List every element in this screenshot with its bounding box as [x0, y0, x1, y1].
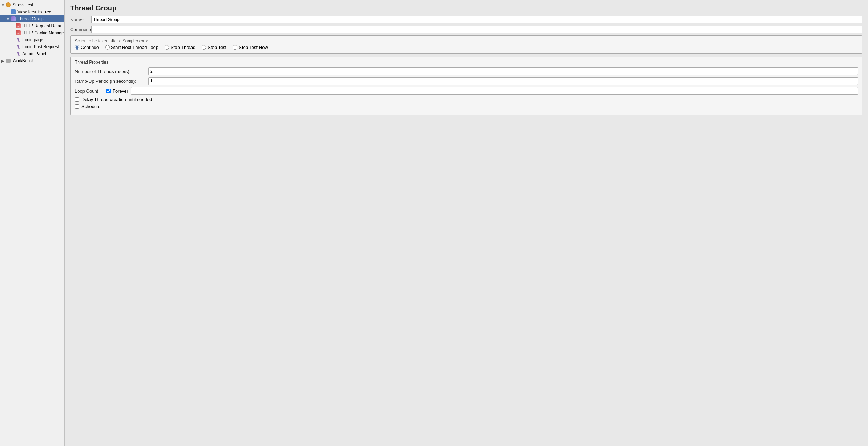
num-threads-label: Number of Threads (users): [75, 69, 148, 74]
rampup-input[interactable] [148, 77, 858, 85]
tree-toggle-workbench[interactable]: ▶ [1, 59, 6, 63]
rampup-label: Ramp-Up Period (in seconds): [75, 79, 148, 84]
sidebar-item-label-http-request-defaults: HTTP Request Defaults [22, 23, 65, 28]
scheduler-label[interactable]: Scheduler [81, 104, 102, 109]
name-input[interactable] [91, 16, 862, 23]
login-icon [15, 44, 21, 50]
login-icon [15, 37, 21, 43]
loop-count-label: Loop Count: [75, 88, 106, 94]
http-icon: ≡ [15, 23, 21, 29]
radio-input-stop-test-now[interactable] [233, 45, 237, 50]
radio-label-stop-test: Stop Test [208, 45, 226, 50]
thread-properties-box: Thread Properties Number of Threads (use… [70, 57, 862, 115]
sidebar-item-thread-group[interactable]: ▼Thread Group [0, 15, 64, 22]
comments-input[interactable] [91, 26, 862, 33]
loop-count-input[interactable] [131, 87, 858, 95]
main-panel: Thread Group Name: Comments: Action to b… [65, 0, 868, 446]
forever-checkbox[interactable] [106, 89, 111, 93]
radio-stop-thread[interactable]: Stop Thread [165, 45, 195, 50]
radio-input-start-next-thread-loop[interactable] [105, 45, 110, 50]
sidebar-item-label-login-post-request: Login Post Request [22, 44, 59, 49]
sidebar-item-label-login-page: Login page [22, 37, 43, 42]
num-threads-input[interactable] [148, 67, 858, 75]
comments-label: Comments: [70, 27, 91, 32]
forever-checkbox-label[interactable]: Forever [106, 88, 128, 94]
sidebar-item-http-cookie-manager[interactable]: ≡HTTP Cookie Manager [0, 29, 64, 36]
radio-input-stop-thread[interactable] [165, 45, 169, 50]
panel-title: Thread Group [70, 4, 862, 12]
scheduler-checkbox[interactable] [75, 104, 79, 109]
stress-icon [6, 2, 11, 8]
scheduler-row: Scheduler [75, 104, 858, 109]
radio-label-stop-thread: Stop Thread [171, 45, 195, 50]
sidebar-item-label-stress-test: Stress Test [13, 2, 33, 7]
tree-toggle-stress-test[interactable]: ▼ [1, 3, 6, 7]
delay-thread-checkbox[interactable] [75, 97, 79, 102]
sidebar: ▼Stress TestView Results Tree▼Thread Gro… [0, 0, 65, 446]
sidebar-item-admin-panel[interactable]: Admin Panel [0, 50, 64, 57]
sidebar-item-login-page[interactable]: Login page [0, 36, 64, 43]
http-icon: ≡ [15, 30, 21, 36]
sidebar-item-label-workbench: WorkBench [13, 58, 34, 63]
radio-label-continue: Continue [81, 45, 99, 50]
threadgroup-icon [10, 16, 16, 22]
sidebar-item-stress-test[interactable]: ▼Stress Test [0, 1, 64, 8]
sidebar-item-label-http-cookie-manager: HTTP Cookie Manager [22, 30, 65, 35]
login-icon [15, 51, 21, 57]
radio-stop-test[interactable]: Stop Test [202, 45, 226, 50]
delay-thread-label[interactable]: Delay Thread creation until needed [81, 97, 152, 102]
sidebar-item-workbench[interactable]: ▶WorkBench [0, 57, 64, 64]
sidebar-item-view-results-tree[interactable]: View Results Tree [0, 8, 64, 15]
workbench-icon [6, 58, 11, 64]
radio-stop-test-now[interactable]: Stop Test Now [233, 45, 268, 50]
sidebar-item-label-thread-group: Thread Group [17, 16, 44, 21]
thread-props-legend: Thread Properties [75, 60, 108, 65]
forever-label: Forever [113, 88, 128, 94]
radio-input-continue[interactable] [75, 45, 79, 50]
sampler-error-legend: Action to be taken after a Sampler error [73, 38, 150, 43]
name-label: Name: [70, 17, 91, 22]
sidebar-item-http-request-defaults[interactable]: ≡HTTP Request Defaults [0, 22, 64, 29]
radio-input-stop-test[interactable] [202, 45, 206, 50]
sampler-error-group: Action to be taken after a Sampler error… [70, 35, 862, 54]
radio-start-next-thread-loop[interactable]: Start Next Thread Loop [105, 45, 158, 50]
tree-toggle-thread-group[interactable]: ▼ [6, 17, 10, 21]
radio-continue[interactable]: Continue [75, 45, 99, 50]
sidebar-item-label-admin-panel: Admin Panel [22, 51, 46, 56]
results-icon [10, 9, 16, 15]
radio-label-start-next-thread-loop: Start Next Thread Loop [111, 45, 158, 50]
delay-thread-row: Delay Thread creation until needed [75, 97, 858, 102]
radio-label-stop-test-now: Stop Test Now [239, 45, 268, 50]
radio-options-row: ContinueStart Next Thread LoopStop Threa… [75, 45, 858, 50]
sidebar-item-label-view-results-tree: View Results Tree [17, 9, 51, 14]
sidebar-item-login-post-request[interactable]: Login Post Request [0, 43, 64, 50]
